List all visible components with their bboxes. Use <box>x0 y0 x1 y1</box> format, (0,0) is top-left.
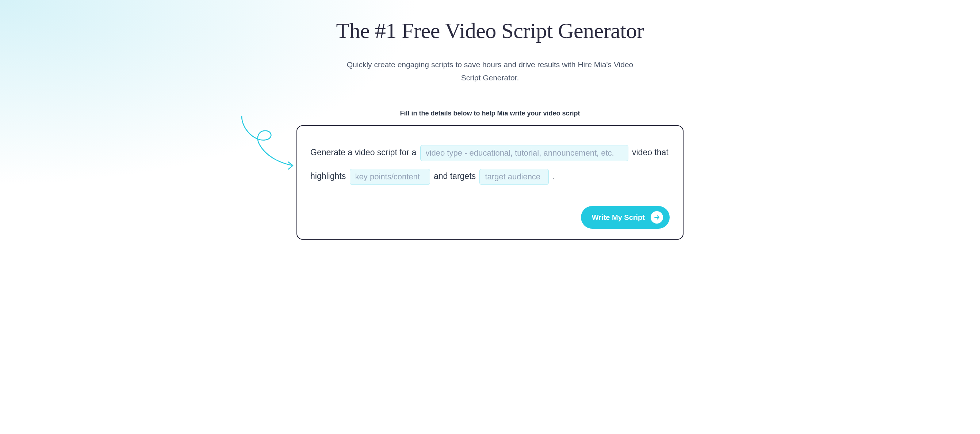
prompt-text-after-keypoints: and targets <box>431 171 478 181</box>
button-row: Write My Script <box>310 206 670 229</box>
decorative-arrow-icon <box>234 114 296 180</box>
write-script-button[interactable]: Write My Script <box>581 206 670 229</box>
arrow-right-icon <box>651 211 663 223</box>
form-instruction: Fill in the details below to help Mia wr… <box>245 110 735 117</box>
form-wrapper: Generate a video script for a video that… <box>296 125 684 239</box>
video-type-input[interactable] <box>420 145 628 161</box>
key-points-input[interactable] <box>350 169 430 185</box>
page-title: The #1 Free Video Script Generator <box>245 18 735 43</box>
page-subtitle: Quickly create engaging scripts to save … <box>340 58 640 84</box>
prompt-text-suffix: . <box>550 171 555 181</box>
target-audience-input[interactable] <box>479 169 549 185</box>
prompt-text-prefix: Generate a video script for a <box>310 148 419 157</box>
write-script-button-label: Write My Script <box>592 213 645 222</box>
prompt-sentence: Generate a video script for a video that… <box>310 140 670 188</box>
form-card: Generate a video script for a video that… <box>296 125 684 239</box>
page-container: The #1 Free Video Script Generator Quick… <box>245 18 735 239</box>
